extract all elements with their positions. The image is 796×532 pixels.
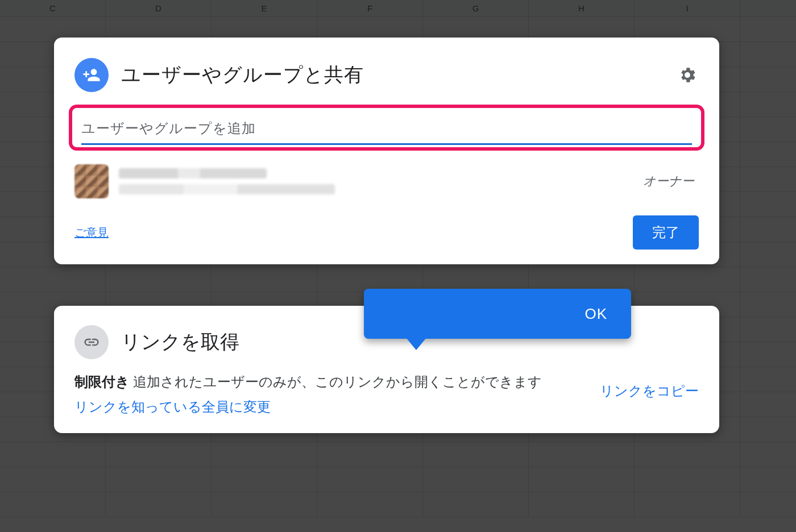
column-header: I	[635, 0, 740, 16]
callout-ok-button[interactable]: OK	[584, 305, 607, 323]
owner-name-redacted	[119, 168, 267, 178]
owner-avatar	[74, 164, 109, 198]
onboarding-callout: OK	[364, 289, 631, 339]
settings-button[interactable]	[676, 64, 699, 86]
add-people-highlight	[69, 105, 704, 151]
get-link-title: リンクを取得	[121, 329, 239, 355]
person-add-icon	[74, 58, 109, 92]
link-restricted-prefix: 制限付き	[74, 374, 130, 389]
owner-email-redacted	[119, 184, 335, 194]
column-header: G	[423, 0, 529, 16]
link-restricted-desc: 追加されたユーザーのみが、このリンクから開くことができます	[133, 374, 542, 389]
column-header: D	[106, 0, 212, 16]
share-dialog-header: ユーザーやグループと共有	[71, 51, 702, 105]
owner-row: オーナー	[71, 159, 702, 210]
link-icon	[74, 325, 109, 359]
done-button[interactable]: 完了	[633, 215, 699, 250]
owner-role-label: オーナー	[643, 173, 699, 190]
copy-link-button[interactable]: リンクをコピー	[600, 372, 699, 400]
owner-identity	[119, 168, 633, 194]
share-dialog-title: ユーザーやグループと共有	[121, 62, 664, 88]
column-header: H	[529, 0, 635, 16]
column-header: F	[317, 0, 423, 16]
share-dialog-footer: ご意見 完了	[71, 210, 702, 250]
get-link-body: 制限付き追加されたユーザーのみが、このリンクから開くことができます リンクを知っ…	[74, 372, 699, 416]
column-headers-row: C D E F G H I	[0, 0, 796, 17]
add-people-input[interactable]	[81, 115, 692, 145]
send-feedback-link[interactable]: ご意見	[74, 225, 109, 240]
change-to-anyone-link[interactable]: リンクを知っている全員に変更	[74, 398, 586, 416]
share-dialog: ユーザーやグループと共有 オーナー ご意見 完了	[54, 38, 719, 264]
link-restricted-text: 制限付き追加されたユーザーのみが、このリンクから開くことができます	[74, 372, 586, 392]
column-header: E	[212, 0, 317, 16]
column-header: C	[0, 0, 106, 16]
gear-icon	[678, 65, 697, 85]
